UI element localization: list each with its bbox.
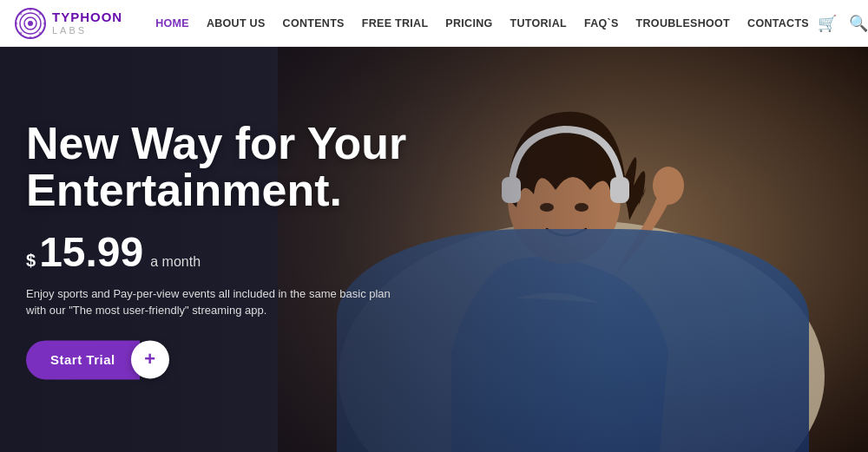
cta-plus-button[interactable]: + bbox=[131, 341, 169, 379]
hero-price: $ 15.99 a month bbox=[26, 232, 477, 273]
svg-point-8 bbox=[30, 36, 32, 38]
nav-item-contacts[interactable]: CONTACTS bbox=[739, 17, 818, 29]
nav-item-troubleshoot[interactable]: TROUBLESHOOT bbox=[628, 17, 739, 29]
start-trial-button[interactable]: Start Trial bbox=[26, 340, 140, 379]
nav-item-home[interactable]: HOME bbox=[147, 17, 198, 29]
hero-title: New Way for Your Entertainment. bbox=[26, 120, 477, 214]
nav-item-about[interactable]: ABOUT US bbox=[198, 17, 274, 29]
hero-section: New Way for Your Entertainment. $ 15.99 … bbox=[0, 47, 868, 452]
main-nav: HOME ABOUT US CONTENTS FREE TRIAL PRICIN… bbox=[147, 17, 818, 29]
nav-item-tutorial[interactable]: TUTORIAL bbox=[502, 17, 575, 29]
price-period: a month bbox=[150, 254, 201, 270]
hero-description: Enjoy sports and Pay-per-view events all… bbox=[26, 285, 391, 319]
svg-point-10 bbox=[16, 22, 18, 24]
svg-point-7 bbox=[39, 31, 42, 34]
brand-name-bottom: LABS bbox=[52, 25, 122, 36]
nav-item-faqs[interactable]: FAQ`S bbox=[575, 17, 628, 29]
svg-point-5 bbox=[39, 12, 42, 15]
svg-point-3 bbox=[28, 21, 33, 26]
nav-item-free-trial[interactable]: FREE TRIAL bbox=[353, 17, 437, 29]
svg-point-4 bbox=[30, 8, 32, 10]
hero-content: New Way for Your Entertainment. $ 15.99 … bbox=[26, 120, 477, 379]
nav-icons: 🛒 🔍 bbox=[818, 14, 868, 33]
svg-point-9 bbox=[20, 31, 23, 34]
search-icon[interactable]: 🔍 bbox=[849, 14, 868, 33]
nav-item-pricing[interactable]: PRICING bbox=[437, 17, 501, 29]
price-amount: 15.99 bbox=[39, 232, 143, 273]
svg-point-11 bbox=[20, 12, 23, 15]
price-dollar-symbol: $ bbox=[26, 251, 36, 271]
hero-cta: Start Trial + bbox=[26, 340, 477, 379]
cart-icon[interactable]: 🛒 bbox=[818, 14, 837, 33]
brand-name-top: TYPHOON bbox=[52, 10, 122, 25]
navbar: TYPHOON LABS HOME ABOUT US CONTENTS FREE… bbox=[0, 0, 868, 47]
nav-item-contents[interactable]: CONTENTS bbox=[274, 17, 353, 29]
logo-icon bbox=[14, 7, 47, 40]
svg-point-6 bbox=[43, 22, 46, 24]
logo[interactable]: TYPHOON LABS bbox=[14, 7, 122, 40]
